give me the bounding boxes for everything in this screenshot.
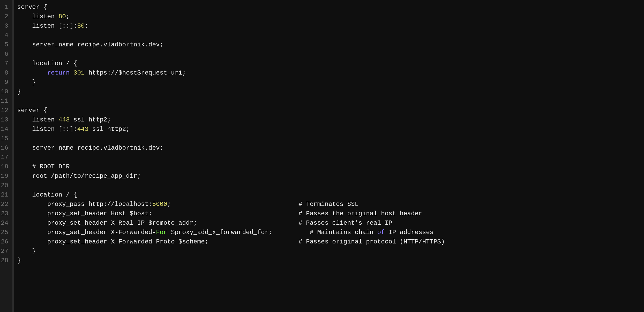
code-line[interactable]: proxy_set_header X-Forwarded-For $proxy_… [17, 228, 445, 237]
code-line[interactable]: # ROOT DIR [17, 162, 445, 172]
code-token: proxy_set_header Host $host; # Passes th… [17, 210, 422, 217]
code-line[interactable]: proxy_pass http://localhost:5000; # Term… [17, 200, 445, 209]
code-token: listen [::]: [17, 22, 77, 29]
code-token: of [377, 229, 385, 236]
code-line[interactable]: } [17, 247, 445, 256]
code-line[interactable]: listen 80; [17, 12, 445, 21]
line-number: 26 [0, 237, 10, 247]
line-number: 4 [0, 31, 10, 40]
line-number: 21 [0, 190, 10, 200]
code-token: 5000 [152, 201, 167, 208]
code-token [17, 69, 47, 76]
code-token: proxy_set_header X-Real-IP $remote_addr;… [17, 219, 392, 227]
line-number: 2 [0, 12, 10, 21]
line-number: 10 [0, 87, 10, 96]
code-line[interactable]: } [17, 87, 445, 96]
code-token: } [17, 257, 21, 264]
code-token: server { [17, 107, 47, 114]
code-token: server_name recipe.vladbortnik.dev; [17, 41, 164, 48]
line-number: 1 [0, 3, 10, 12]
code-token: listen [17, 13, 58, 20]
line-number: 17 [0, 153, 10, 162]
code-line[interactable]: server { [17, 106, 445, 115]
code-token: 80 [58, 13, 66, 20]
code-token: # ROOT DIR [17, 163, 70, 170]
line-number: 25 [0, 228, 10, 237]
code-token: proxy_set_header X-Forwarded- [17, 229, 156, 236]
code-line[interactable]: proxy_set_header Host $host; # Passes th… [17, 209, 445, 218]
code-token: proxy_set_header X-Forwarded-Proto $sche… [17, 238, 445, 245]
line-number: 5 [0, 40, 10, 50]
line-number: 7 [0, 59, 10, 68]
line-number: 12 [0, 106, 10, 115]
line-number: 23 [0, 209, 10, 218]
line-number: 6 [0, 50, 10, 59]
code-token: proxy_pass http://localhost: [17, 201, 152, 208]
code-line[interactable]: server_name recipe.vladbortnik.dev; [17, 40, 445, 50]
code-line[interactable]: proxy_set_header X-Forwarded-Proto $sche… [17, 237, 445, 247]
code-line[interactable]: server { [17, 3, 445, 12]
code-token: server_name recipe.vladbortnik.dev; [17, 144, 164, 151]
code-line[interactable] [17, 181, 445, 190]
line-number: 19 [0, 172, 10, 181]
code-token [70, 69, 73, 76]
code-token: } [17, 79, 36, 86]
code-line[interactable]: return 301 https://$host$request_uri; [17, 68, 445, 78]
code-line[interactable] [17, 50, 445, 59]
line-number: 28 [0, 256, 10, 265]
code-token: listen [17, 116, 58, 123]
code-token: ssl http2; [70, 116, 111, 123]
code-line[interactable]: listen [::]:443 ssl http2; [17, 125, 445, 134]
line-number: 14 [0, 125, 10, 134]
line-number: 24 [0, 218, 10, 228]
code-line[interactable]: listen [::]:80; [17, 21, 445, 31]
code-token: location / { [17, 60, 77, 67]
code-token: 443 [77, 126, 88, 133]
code-line[interactable]: server_name recipe.vladbortnik.dev; [17, 143, 445, 153]
line-number: 22 [0, 200, 10, 209]
code-token: listen [::]: [17, 126, 77, 133]
code-token: ssl http2; [89, 126, 130, 133]
code-token: } [17, 248, 36, 255]
code-line[interactable]: root /path/to/recipe_app_dir; [17, 172, 445, 181]
code-editor-content[interactable]: server { listen 80; listen [::]:80; serv… [14, 0, 445, 312]
line-number: 15 [0, 134, 10, 143]
code-line[interactable] [17, 96, 445, 106]
code-token: 80 [77, 22, 85, 29]
code-token: server { [17, 4, 47, 11]
code-token: ; [66, 13, 70, 20]
line-number-gutter: 1234567891011121314151617181920212223242… [0, 0, 14, 312]
code-token: For [156, 229, 167, 236]
code-token: 443 [58, 116, 70, 123]
code-token: return [47, 69, 70, 76]
line-number: 11 [0, 96, 10, 106]
line-number: 27 [0, 247, 10, 256]
code-token: 301 [73, 69, 85, 76]
code-line[interactable]: proxy_set_header X-Real-IP $remote_addr;… [17, 218, 445, 228]
line-number: 8 [0, 68, 10, 78]
line-number: 3 [0, 21, 10, 31]
code-line[interactable]: location / { [17, 59, 445, 68]
code-line[interactable]: listen 443 ssl http2; [17, 115, 445, 125]
code-token: $proxy_add_x_forwarded_for; # Maintains … [167, 229, 377, 236]
line-number: 20 [0, 181, 10, 190]
code-line[interactable] [17, 134, 445, 143]
code-line[interactable]: } [17, 256, 445, 265]
code-token: IP addresses [385, 229, 433, 236]
code-token: } [17, 88, 21, 95]
code-token: root /path/to/recipe_app_dir; [17, 173, 141, 180]
code-line[interactable] [17, 153, 445, 162]
line-number: 13 [0, 115, 10, 125]
line-number: 18 [0, 162, 10, 172]
line-number: 9 [0, 78, 10, 87]
code-line[interactable]: } [17, 78, 445, 87]
code-line[interactable] [17, 31, 445, 40]
code-token: ; [85, 22, 88, 29]
line-number: 16 [0, 143, 10, 153]
code-token: ; # Terminates SSL [167, 201, 359, 208]
code-token: location / { [17, 191, 77, 198]
code-line[interactable]: location / { [17, 190, 445, 200]
code-token: https://$host$request_uri; [85, 69, 186, 76]
